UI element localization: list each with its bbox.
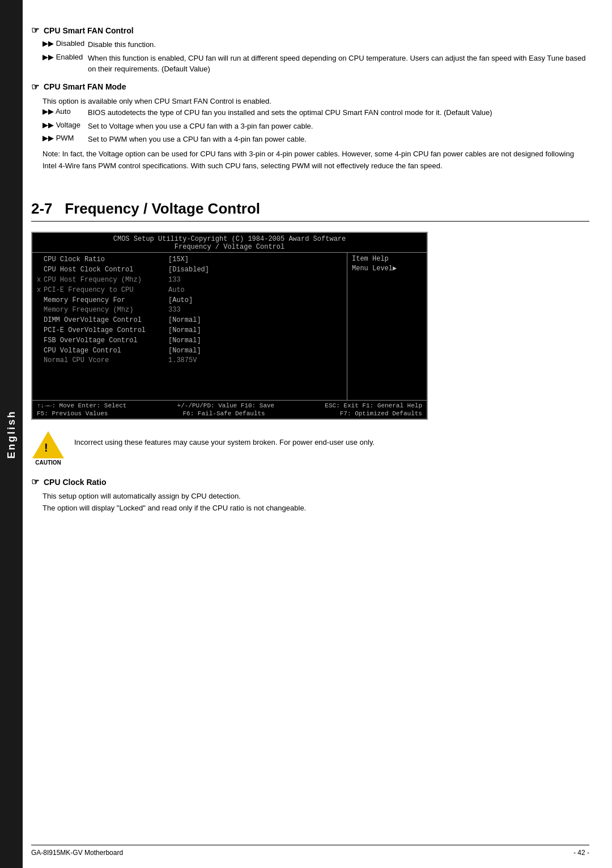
pwm-label: PWM: [42, 134, 88, 145]
cmos-value-10: 1.3875V: [168, 356, 197, 365]
fan-mode-note: Note: In fact, the Voltage option can be…: [42, 148, 589, 172]
cpu-clock-line2: The option will display "Locked" and rea…: [42, 503, 589, 514]
cmos-label-3: PCI-E Frequency to CPU: [44, 286, 168, 295]
caution-text: Incorrect using these features may cause…: [74, 431, 375, 448]
cmos-row-10: Normal CPU Vcore1.3875V: [37, 356, 342, 365]
cmos-header-line2: Frequency / Voltage Control: [32, 243, 427, 251]
page-footer: GA-8I915MK-GV Motherboard - 42 -: [31, 845, 589, 857]
cpu-fan-mode-title: CPU Smart FAN Mode: [31, 82, 589, 92]
cmos-right-panel: Item Help Menu Level▶: [347, 253, 427, 400]
cmos-x-3: x: [37, 286, 44, 295]
cmos-label-6: DIMM OverVoltage Control: [44, 316, 168, 325]
cmos-setup-table: CMOS Setup Utility-Copyright (C) 1984-20…: [31, 232, 428, 420]
cpu-fan-control-section: CPU Smart FAN Control Disabled Disable t…: [31, 25, 589, 75]
cmos-value-1: [Disabled]: [168, 265, 209, 275]
cpu-clock-line1: This setup option will automatically ass…: [42, 491, 589, 503]
cmos-value-0: [15X]: [168, 255, 189, 265]
cmos-value-4: [Auto]: [168, 296, 193, 305]
footer-prev: F5: Previous Values: [37, 410, 108, 417]
item-help-label: Item Help: [352, 255, 422, 263]
fan-enabled-item: Enabled When this function is enabled, C…: [42, 53, 589, 75]
cmos-footer: ↑↓→←: Move Enter: Select +/-/PU/PD: Valu…: [32, 400, 427, 419]
cmos-row-6: DIMM OverVoltage Control[Normal]: [37, 316, 342, 325]
cpu-clock-ratio-body: This setup option will automatically ass…: [42, 491, 589, 514]
footer-product: GA-8I915MK-GV Motherboard: [31, 849, 123, 857]
cmos-row-7: PCI-E OverVoltage Control[Normal]: [37, 326, 342, 335]
cmos-value-5: 333: [168, 305, 181, 315]
cpu-fan-mode-section: CPU Smart FAN Mode This option is availa…: [31, 82, 589, 172]
cmos-value-2: 133: [168, 275, 181, 285]
cmos-value-7: [Normal]: [168, 326, 201, 335]
caution-box: CAUTION Incorrect using these features m…: [31, 431, 589, 465]
chapter-heading: 2-7 Frequency / Voltage Control: [31, 200, 589, 222]
cpu-clock-ratio-title: CPU Clock Ratio: [31, 476, 589, 487]
caution-label: CAUTION: [35, 459, 61, 466]
caution-icon: CAUTION: [31, 431, 65, 465]
cmos-x-10: [37, 356, 44, 365]
footer-value: +/-/PU/PD: Value F10: Save: [177, 402, 275, 409]
pwm-text: Set to PWM when you use a CPU fan with a…: [88, 134, 589, 145]
cmos-body: CPU Clock Ratio[15X] CPU Host Clock Cont…: [32, 253, 427, 400]
pwm-item: PWM Set to PWM when you use a CPU fan wi…: [42, 134, 589, 145]
cmos-header: CMOS Setup Utility-Copyright (C) 1984-20…: [32, 233, 427, 253]
cmos-x-2: x: [37, 275, 44, 285]
cmos-x-4: [37, 296, 44, 305]
voltage-text: Set to Voltage when you use a CPU fan wi…: [88, 121, 589, 132]
cmos-label-2: CPU Host Frequency (Mhz): [44, 275, 168, 285]
voltage-label: Voltage: [42, 121, 88, 132]
cmos-row-1: CPU Host Clock Control[Disabled]: [37, 265, 342, 275]
cpu-clock-ratio-section: CPU Clock Ratio This setup option will a…: [31, 476, 589, 514]
cpu-fan-control-title: CPU Smart FAN Control: [31, 25, 589, 36]
sidebar: English: [0, 0, 23, 868]
cmos-label-0: CPU Clock Ratio: [44, 255, 168, 265]
main-content: CPU Smart FAN Control Disabled Disable t…: [31, 0, 589, 537]
fan-mode-intro-text: This option is available only when CPU S…: [42, 96, 589, 108]
cmos-row-3: x PCI-E Frequency to CPUAuto: [37, 286, 342, 295]
chapter-title: Frequency / Voltage Control: [65, 200, 260, 217]
cmos-x-1: [37, 265, 44, 275]
chapter-number: 2-7: [31, 200, 53, 217]
enabled-text: When this function is enabled, CPU fan w…: [88, 53, 589, 75]
cmos-label-1: CPU Host Clock Control: [44, 265, 168, 275]
auto-item: Auto BIOS autodetects the type of CPU fa…: [42, 107, 589, 118]
auto-text: BIOS autodetects the type of CPU fan you…: [88, 107, 589, 118]
cmos-value-6: [Normal]: [168, 316, 201, 325]
fan-disabled-item: Disabled Disable this function.: [42, 39, 589, 50]
cmos-label-8: FSB OverVoltage Control: [44, 336, 168, 346]
footer-exit: ESC: Exit F1: General Help: [325, 402, 422, 409]
cmos-left-panel: CPU Clock Ratio[15X] CPU Host Clock Cont…: [32, 253, 347, 400]
enabled-label: Enabled: [42, 53, 88, 75]
cmos-label-9: CPU Voltage Control: [44, 346, 168, 356]
caution-triangle: [32, 431, 64, 458]
cmos-header-line1: CMOS Setup Utility-Copyright (C) 1984-20…: [32, 235, 427, 243]
cmos-footer-row1: ↑↓→←: Move Enter: Select +/-/PU/PD: Valu…: [37, 402, 422, 409]
cmos-value-3: Auto: [168, 286, 185, 295]
cmos-value-9: [Normal]: [168, 346, 201, 356]
cmos-row-8: FSB OverVoltage Control[Normal]: [37, 336, 342, 346]
cpu-fan-mode-intro: This option is available only when CPU S…: [42, 96, 589, 108]
cmos-label-10: Normal CPU Vcore: [44, 356, 168, 365]
cmos-row-5: Memory Frequency (Mhz)333: [37, 305, 342, 315]
footer-failsafe: F6: Fail-Safe Defaults: [182, 410, 265, 417]
cmos-value-8: [Normal]: [168, 336, 201, 346]
footer-optimized: F7: Optimized Defaults: [340, 410, 422, 417]
cmos-x-7: [37, 326, 44, 335]
cmos-label-7: PCI-E OverVoltage Control: [44, 326, 168, 335]
menu-level-label: Menu Level▶: [352, 264, 422, 273]
cmos-x-9: [37, 346, 44, 356]
cmos-footer-row2: F5: Previous Values F6: Fail-Safe Defaul…: [37, 410, 422, 417]
cmos-x-8: [37, 336, 44, 346]
auto-label: Auto: [42, 107, 88, 118]
cmos-x-6: [37, 316, 44, 325]
cmos-row-9: CPU Voltage Control[Normal]: [37, 346, 342, 356]
footer-page: - 42 -: [573, 849, 589, 857]
sidebar-label: English: [6, 410, 18, 458]
cmos-x-0: [37, 255, 44, 265]
footer-move: ↑↓→←: Move Enter: Select: [37, 402, 126, 409]
cmos-row-0: CPU Clock Ratio[15X]: [37, 255, 342, 265]
voltage-item: Voltage Set to Voltage when you use a CP…: [42, 121, 589, 132]
cmos-row-2: x CPU Host Frequency (Mhz)133: [37, 275, 342, 285]
cmos-row-4: Memory Frequency For[Auto]: [37, 296, 342, 305]
disabled-text: Disable this function.: [88, 39, 589, 50]
disabled-label: Disabled: [42, 39, 88, 50]
